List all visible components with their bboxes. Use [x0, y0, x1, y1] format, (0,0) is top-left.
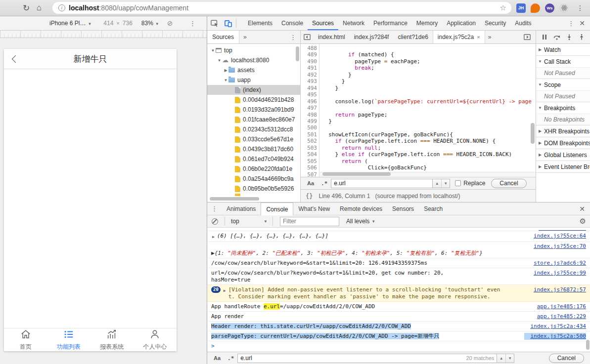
inspect-element-icon[interactable] [209, 18, 221, 28]
reload-icon[interactable]: ↻ [20, 3, 33, 13]
search-next-icon[interactable]: ▼ [441, 179, 450, 188]
extension-chat-icon[interactable] [531, 3, 540, 13]
navigator-toggle-icon[interactable] [302, 33, 313, 41]
match-case-toggle[interactable]: Aa [304, 180, 318, 186]
sidebar-section-header-xhr-breakpoints[interactable]: ▶XHR Breakpoints [536, 125, 590, 137]
tab-security[interactable]: Security [480, 16, 510, 30]
console-violation-row[interactable]: 20▶[Violation] Added non-passive event l… [207, 285, 590, 302]
pretty-print-icon[interactable]: {} [301, 193, 318, 200]
tree-item-assets[interactable]: ▶assets [207, 65, 300, 75]
collapsed-arrow-icon[interactable]: ▶ [223, 68, 228, 73]
expanded-arrow-icon[interactable]: ▼ [217, 58, 222, 63]
drawer-tab-search[interactable]: Search [419, 202, 448, 215]
sidebar-section-header-event-listener-breakpoints[interactable]: ▶Event Listener Breakpoints [536, 161, 590, 172]
console-settings-gear-icon[interactable]: ⚙ [580, 217, 586, 226]
tree-item-uapp[interactable]: ▼uapp [207, 75, 300, 85]
sidebar-section-header-call-stack[interactable]: ▼Call Stack [536, 56, 590, 67]
console-row[interactable]: url=/cow/cow/search/blur?keyword=&start=… [207, 268, 590, 285]
editor-tabs-overflow-icon[interactable]: » [485, 34, 495, 40]
tab-close-icon[interactable]: × [477, 34, 480, 40]
console-row[interactable]: /cow/cow/search/blur?keyword=&start=1&li… [207, 258, 590, 268]
console-source-link[interactable]: index.js?55ce:99 [528, 270, 586, 277]
tree-item-0-01fcaae8ec860e7[interactable]: 0.01fcaae8ec860e7 [207, 115, 300, 124]
home-icon[interactable]: ⌂ [33, 3, 45, 13]
tab-network[interactable]: Network [338, 16, 369, 30]
sidebar-section-header-breakpoints[interactable]: ▼Breakpoints [536, 102, 590, 114]
tab-elements[interactable]: Elements [243, 16, 277, 30]
console-search-input[interactable]: e.url 20 matches [237, 354, 497, 363]
console-message-list[interactable]: ▶(6) [{…}, {…}, {…}, {…}, {…}, {…}]index… [207, 228, 590, 352]
app-tab-chart[interactable]: 报表系统 [91, 328, 134, 351]
tree-item-0-0b95be0b5e5926[interactable]: 0.0b95be0b5e5926 [207, 184, 300, 194]
navigator-overflow-icon[interactable]: » [239, 34, 251, 40]
extension-ws-icon[interactable]: Ws [545, 3, 554, 13]
expanded-arrow-icon[interactable]: ▼ [223, 78, 228, 82]
tree-item-clipped[interactable] [207, 194, 300, 196]
console-source-link[interactable]: store.js?adc6:92 [528, 260, 586, 267]
drawer-tab-console[interactable]: Console [261, 202, 293, 215]
context-selector[interactable]: top▼ [227, 218, 271, 225]
editor-tab-index-js-284f[interactable]: index.js?284f [350, 31, 394, 43]
page-info-icon[interactable]: i [58, 4, 65, 11]
address-bar[interactable]: i localhost:8080/uapp/cowManagement ☆ [52, 2, 511, 14]
drawer-tab-what-s-new[interactable]: What's New [293, 202, 335, 215]
tree-horizontal-scrollbar[interactable] [210, 197, 259, 201]
devtools-menu-icon[interactable]: ⋮ [564, 20, 578, 27]
editor-tab-index-js-5c2a[interactable]: index.js?5c2a× [433, 31, 485, 43]
drawer-menu-icon[interactable]: ⋮ [207, 205, 222, 212]
console-match-case-toggle[interactable]: Aa [210, 355, 224, 361]
step-over-icon[interactable] [553, 34, 560, 40]
browser-menu-icon[interactable]: ⋮ [573, 4, 587, 12]
throttling-icon[interactable]: ⊘ [167, 19, 173, 27]
tab-sources[interactable]: Sources [308, 16, 338, 30]
device-select[interactable]: iPhone 6 Pl…▼ [49, 20, 91, 27]
clear-console-icon[interactable] [212, 218, 218, 225]
app-tab-home[interactable]: 首页 [4, 328, 47, 351]
console-search-previous-icon[interactable]: ▲ [497, 354, 505, 363]
console-source-link[interactable]: app.js?e485:176 [531, 303, 586, 310]
sidebar-section-header-watch[interactable]: ▶Watch [536, 44, 590, 55]
drawer-tab-sensors[interactable]: Sensors [387, 202, 419, 215]
device-dimensions[interactable]: 414×736 [103, 20, 133, 27]
log-levels-select[interactable]: All levels▼ [346, 218, 375, 225]
console-row[interactable]: Header render: this.state.curUrl=/uapp/c… [207, 322, 590, 331]
drawer-close-icon[interactable]: ✕ [578, 205, 590, 213]
console-row[interactable]: App renderapp.js?e485:229 [207, 312, 590, 322]
console-row[interactable]: index.js?55ce:70▶{1: "尚未配种", 2: "已配未检", … [207, 242, 590, 258]
pause-icon[interactable] [541, 34, 548, 40]
step-into-icon[interactable] [566, 34, 573, 40]
device-toolbar-menu-icon[interactable]: ⋮ [185, 20, 200, 27]
tab-audits[interactable]: Audits [510, 16, 536, 30]
regex-toggle[interactable]: .* [318, 180, 331, 187]
device-toolbar-toggle-icon[interactable] [222, 18, 234, 28]
sidebar-section-header-scope[interactable]: ▼Scope [536, 79, 590, 90]
devtools-close-icon[interactable]: ✕ [578, 19, 590, 27]
sidebar-section-header-global-listeners[interactable]: ▶Global Listeners [536, 149, 590, 161]
editor-tab-client-1de6[interactable]: client?1de6 [393, 31, 432, 43]
expanded-arrow-icon[interactable]: ▼ [210, 48, 216, 53]
console-search-cancel-button[interactable]: Cancel [549, 354, 584, 363]
tab-memory[interactable]: Memory [412, 16, 442, 30]
console-row[interactable]: ▶(6) [{…}, {…}, {…}, {…}, {…}, {…}]index… [207, 231, 590, 242]
search-cancel-button[interactable]: Cancel [491, 179, 526, 188]
expand-arrow-icon[interactable]: ▶ [211, 233, 217, 241]
tree-item-0-0439c3b817dc60[interactable]: 0.0439c3b817dc60 [207, 144, 300, 154]
step-out-icon[interactable] [578, 34, 585, 40]
console-source-link[interactable]: index.js?55ce:64 [528, 233, 586, 240]
drawer-tab-animations[interactable]: Animations [222, 202, 261, 215]
sidebar-section-header-dom-breakpoints[interactable]: ▶DOM Breakpoints [536, 137, 590, 149]
tree-item-top[interactable]: ▼top [207, 45, 300, 55]
console-source-link[interactable]: index.js?6872:57 [528, 286, 586, 293]
navigator-menu-icon[interactable]: ⋮ [286, 34, 300, 41]
editor-horizontal-scrollbar[interactable] [322, 172, 391, 176]
tree-item-0-0a254a4669bc9a[interactable]: 0.0a254a4669bc9a [207, 174, 300, 184]
tree-item-0-06b0e220fda01e[interactable]: 0.06b0e220fda01e [207, 164, 300, 174]
console-search-next-icon[interactable]: ▼ [505, 354, 514, 363]
tab-console[interactable]: Console [277, 16, 308, 30]
tree-item-0-061ed7c049b924[interactable]: 0.061ed7c049b924 [207, 154, 300, 164]
tab-application[interactable]: Application [442, 16, 480, 30]
console-row[interactable]: parsePageType: currentUrl=/uapp/cowEditA… [207, 331, 590, 341]
console-row[interactable]: App handleRoute e.url=/uapp/cowEditAdd/2… [207, 302, 590, 312]
console-source-link[interactable]: app.js?e485:229 [531, 313, 586, 320]
expand-arrow-icon[interactable]: ▶ [211, 250, 215, 257]
